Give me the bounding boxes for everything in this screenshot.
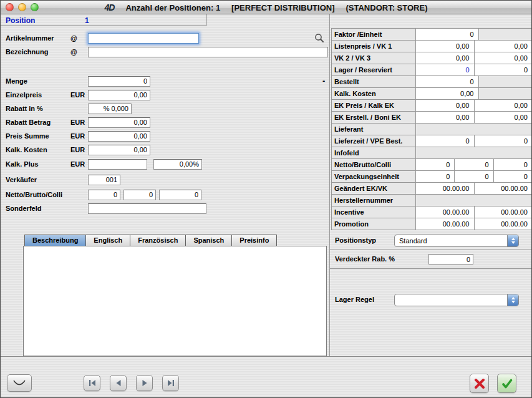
- row-label: Netto/Brutto/Colli: [332, 159, 416, 171]
- main-area: Position 1 Artikelnummer @ Bezeichnung @: [1, 14, 531, 397]
- tab-englisch[interactable]: Englisch: [85, 235, 130, 246]
- divider: [330, 268, 532, 269]
- table-row: EK Erstell. / Boni EK 0,00 0,00: [332, 112, 532, 124]
- rabatt-prozent-label: Rabatt in %: [1, 105, 70, 112]
- einzelpreis-label: Einzelpreis: [1, 91, 70, 99]
- menge-row: Menge: [1, 75, 329, 87]
- brutto-input[interactable]: [123, 190, 156, 200]
- rabatt-betrag-label: Rabatt Betrag: [1, 119, 70, 126]
- drawer-button[interactable]: [7, 374, 32, 392]
- last-record-button[interactable]: [162, 375, 179, 391]
- search-button[interactable]: [314, 32, 325, 44]
- chevron-up-down-icon: [507, 294, 518, 306]
- kalk-plus-percent-input[interactable]: [153, 159, 202, 170]
- positionstyp-dropdown[interactable]: Standard: [394, 235, 519, 247]
- sonderfeld-row: Sonderfeld: [1, 202, 329, 215]
- table-row: Incentive 00.00.00 00.00.00: [332, 206, 532, 218]
- row-filler: [416, 195, 532, 206]
- rabatt-betrag-input[interactable]: [88, 117, 150, 128]
- verdeckter-rabatt-label: Verdeckter Rab. %: [335, 255, 395, 263]
- language-tabs: Beschreibung Englisch Französisch Spanis…: [24, 235, 277, 246]
- row-label: EK Preis / Kalk EK: [332, 100, 416, 112]
- row-value: 00.00.00: [416, 206, 475, 218]
- bezeichnung-input[interactable]: [88, 47, 328, 57]
- kalk-plus-input[interactable]: [88, 159, 147, 170]
- row-value: 0,00: [416, 88, 479, 100]
- position-label: Position: [6, 16, 35, 25]
- sonderfeld-label: Sonderfeld: [1, 205, 70, 212]
- row-label: Promotion: [332, 218, 416, 230]
- row-filler: [479, 88, 532, 100]
- title-location: (STANDORT: STORE): [346, 3, 428, 12]
- table-row: Listenpreis / VK 1 0,00 0,00: [332, 41, 532, 52]
- confirm-check-icon: [501, 377, 513, 390]
- table-row: VK 2 / VK 3 0,00 0,00: [332, 52, 532, 64]
- table-row: Infofeld: [332, 147, 532, 159]
- window-title: 4D Anzahl der Positionen: 1 [PERFECT DIS…: [1, 1, 531, 14]
- app-window: 4D Anzahl der Positionen: 1 [PERFECT DIS…: [0, 0, 532, 398]
- table-row: Herstellernummer: [332, 195, 532, 206]
- verdeckter-rabatt-input[interactable]: [428, 254, 473, 265]
- preis-summe-input[interactable]: [88, 131, 150, 142]
- row-value: 00.00.00: [475, 183, 532, 195]
- row-value: 0: [494, 159, 532, 171]
- titlebar[interactable]: 4D Anzahl der Positionen: 1 [PERFECT DIS…: [1, 1, 531, 14]
- tab-spanisch[interactable]: Spanisch: [185, 235, 232, 246]
- row-value: 0: [494, 171, 532, 183]
- table-row: Netto/Brutto/Colli 0 0 0: [332, 159, 532, 171]
- first-record-button[interactable]: [84, 375, 100, 391]
- tab-franzoesisch[interactable]: Französisch: [130, 235, 186, 246]
- menge-input[interactable]: [88, 76, 150, 87]
- row-value: 0: [416, 159, 455, 171]
- sonderfeld-input[interactable]: [88, 203, 206, 214]
- table-row: Bestellt 0: [332, 76, 532, 88]
- kalk-kosten-input[interactable]: [88, 145, 150, 155]
- row-label: Incentive: [332, 206, 416, 218]
- confirm-button[interactable]: [497, 374, 516, 393]
- row-filler: [416, 147, 532, 159]
- row-label: Infofeld: [332, 147, 416, 159]
- row-value: 00.00.00: [416, 183, 475, 195]
- tab-beschreibung[interactable]: Beschreibung: [24, 235, 86, 246]
- row-value: 0: [475, 64, 532, 76]
- netto-input[interactable]: [88, 190, 120, 200]
- row-value: 0: [455, 171, 493, 183]
- artikelnummer-input[interactable]: [88, 33, 199, 44]
- magnifier-icon: [314, 32, 325, 44]
- bezeichnung-label: Bezeichnung: [1, 48, 70, 56]
- first-record-icon: [87, 378, 97, 388]
- row-value: 0,00: [416, 112, 475, 124]
- row-value: 0,00: [475, 100, 532, 112]
- positionstyp-label: Positionstyp: [335, 236, 376, 244]
- row-label: Lager / Reserviert: [332, 64, 416, 76]
- row-value: 0: [416, 171, 455, 183]
- row-value: 0: [416, 76, 479, 88]
- bezeichnung-row: Bezeichnung @: [1, 46, 329, 58]
- lager-regel-dropdown[interactable]: [394, 294, 519, 306]
- lager-regel-label: Lager Regel: [335, 296, 374, 303]
- lager-regel-value: [395, 294, 507, 306]
- row-value: 00.00.00: [475, 206, 532, 218]
- tab-preisinfo[interactable]: Preisinfo: [231, 235, 277, 246]
- row-value: 0: [416, 29, 479, 41]
- kalk-plus-label: Kalk. Plus: [1, 160, 70, 168]
- cancel-button[interactable]: [470, 374, 489, 393]
- left-panel: Position 1 Artikelnummer @ Bezeichnung @: [1, 14, 329, 356]
- previous-record-button[interactable]: [110, 375, 127, 391]
- row-label: Verpackungseinheit: [332, 171, 416, 183]
- row-value: 0,00: [475, 112, 532, 124]
- previous-record-icon: [114, 378, 123, 388]
- currency-label: EUR: [70, 132, 88, 140]
- preis-summe-row: Preis Summe EUR: [1, 130, 329, 142]
- rabatt-prozent-input[interactable]: [88, 104, 132, 114]
- einzelpreis-input[interactable]: [88, 90, 150, 100]
- preis-summe-label: Preis Summe: [1, 132, 70, 140]
- position-number: 1: [85, 16, 89, 25]
- 4d-logo-icon: 4D: [105, 2, 115, 12]
- next-record-button[interactable]: [136, 375, 153, 391]
- colli-input[interactable]: [159, 190, 201, 200]
- verkaeufer-input[interactable]: [88, 175, 120, 185]
- rabatt-prozent-row: Rabatt in %: [1, 102, 329, 115]
- description-textarea[interactable]: [23, 246, 327, 356]
- row-value: 0,00: [416, 100, 475, 112]
